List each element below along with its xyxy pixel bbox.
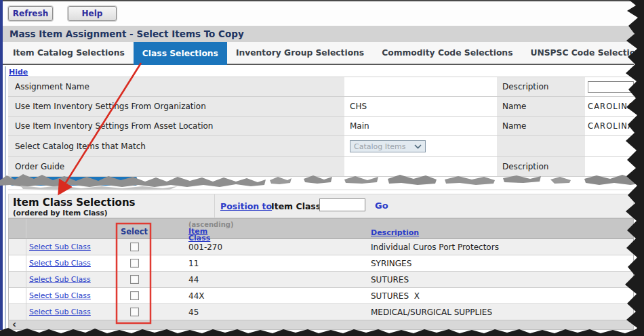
- item-class-cell: 44: [151, 272, 367, 287]
- item-class-table: Select (ascending) Item Class Descriptio…: [8, 218, 634, 321]
- table-row: Select Sub Class 45 MEDICAL/SURGICAL SUP…: [9, 304, 633, 320]
- row-checkbox[interactable]: [130, 243, 139, 251]
- row-checkbox[interactable]: [130, 275, 139, 284]
- organization-name-label: Name: [497, 97, 585, 116]
- asset-location-value: Main: [344, 117, 497, 135]
- item-class-cell: 45: [151, 304, 367, 320]
- organization-label: Use Item Inventory Settings From Organiz…: [8, 97, 344, 116]
- scroll-left-icon[interactable]: ‹: [12, 318, 16, 331]
- chevron-down-icon: [414, 144, 422, 149]
- panel-subtitle: (ordered by Item Class): [13, 209, 108, 217]
- tab-class-selections[interactable]: Class Selections: [134, 42, 227, 65]
- table-header: Select (ascending) Item Class Descriptio…: [9, 219, 633, 239]
- description-column-header: Description: [367, 219, 633, 238]
- organization-value: CHS: [344, 97, 497, 116]
- description-cell: Individual Curos Port Protectors: [367, 239, 633, 255]
- table-row: Select Sub Class 001-270 Individual Curo…: [9, 239, 633, 255]
- tab-bar: Item Catalog Selections Class Selections…: [3, 42, 634, 65]
- help-button[interactable]: Help: [68, 6, 117, 21]
- refresh-button[interactable]: Refresh: [8, 6, 53, 21]
- description-cell: SUTURES X: [367, 288, 633, 303]
- select-column-header: Select: [117, 219, 151, 238]
- tab-item-catalog-selections[interactable]: Item Catalog Selections: [4, 42, 134, 64]
- app-window: Refresh Help Mass Item Assignment - Sele…: [0, 0, 644, 336]
- item-class-cell: 001-270: [151, 239, 367, 255]
- tab-commodity-code-selections[interactable]: Commodity Code Selections: [373, 42, 521, 64]
- form-row-asset-location: Use Item Inventory Settings From Asset L…: [8, 117, 634, 136]
- table-row: Select Sub Class 44X SUTURES X: [9, 288, 633, 304]
- assignment-form: Assignment Name Description Use Item Inv…: [8, 77, 634, 177]
- header-spacer: [9, 219, 26, 238]
- assignment-name-value: [344, 77, 497, 96]
- organization-name-value: CAROLINA HE: [585, 97, 634, 116]
- sort-item-link[interactable]: Item: [188, 228, 367, 235]
- select-sub-class-link[interactable]: Select Sub Class: [29, 259, 91, 268]
- select-sub-class-link[interactable]: Select Sub Class: [29, 275, 91, 284]
- go-button[interactable]: Go: [375, 201, 388, 211]
- sort-description-link[interactable]: Description: [371, 228, 419, 237]
- form-row-assignment-name: Assignment Name Description: [8, 77, 634, 97]
- table-row: Select Sub Class 44 SUTURES: [9, 272, 633, 288]
- position-to-field-label: Item Class: [271, 201, 321, 211]
- torn-divider: [0, 171, 644, 194]
- description-cell: MEDICAL/SURGICAL SUPPLIES: [367, 304, 633, 320]
- catalog-items-dropdown[interactable]: Catalog Items: [350, 140, 426, 152]
- toolbar: Refresh Help: [3, 1, 634, 24]
- row-checkbox[interactable]: [130, 291, 139, 300]
- item-class-column-header: (ascending) Item Class: [151, 219, 367, 238]
- catalog-match-spacer: [497, 136, 585, 156]
- panel-divider: [214, 194, 215, 219]
- form-row-catalog-match: Select Catalog Items that Match Catalog …: [8, 136, 634, 157]
- asset-location-name-value: CAROLINA HE: [585, 117, 634, 135]
- table-row: Select Sub Class 11 SYRINGES: [9, 255, 633, 272]
- item-class-cell: 44X: [151, 288, 367, 303]
- item-class-cell: 11: [151, 255, 367, 271]
- header-subclass-spacer: [26, 219, 117, 238]
- description-label: Description: [497, 77, 585, 96]
- assignment-name-label: Assignment Name: [8, 77, 344, 96]
- page-title: Mass Item Assignment - Select Items To C…: [3, 26, 634, 42]
- position-to-input[interactable]: [319, 198, 365, 211]
- position-to-link[interactable]: Position to: [220, 201, 272, 211]
- catalog-match-spacer2: [585, 136, 634, 156]
- description-input[interactable]: [588, 81, 634, 93]
- tab-inventory-group-selections[interactable]: Inventory Group Selections: [227, 42, 373, 64]
- catalog-items-dropdown-value: Catalog Items: [354, 142, 406, 151]
- select-sub-class-link[interactable]: Select Sub Class: [29, 308, 91, 316]
- hide-link[interactable]: Hide: [9, 68, 28, 77]
- form-row-organization: Use Item Inventory Settings From Organiz…: [8, 97, 634, 117]
- select-sub-class-link[interactable]: Select Sub Class: [29, 291, 91, 300]
- content-edge: [5, 66, 6, 330]
- item-class-panel-header: Item Class Selections (ordered by Item C…: [8, 194, 634, 218]
- panel-title: Item Class Selections: [13, 196, 136, 209]
- description-cell: SYRINGES: [367, 255, 633, 271]
- horizontal-scrollbar[interactable]: ‹: [8, 320, 634, 330]
- tab-unspsc-code-selections[interactable]: UNSPSC Code Selections: [521, 42, 644, 64]
- row-checkbox[interactable]: [130, 308, 139, 316]
- asset-location-name-label: Name: [497, 117, 585, 135]
- description-cell: SUTURES: [367, 272, 633, 287]
- row-checkbox[interactable]: [130, 259, 139, 268]
- catalog-match-label: Select Catalog Items that Match: [8, 136, 344, 156]
- asset-location-label: Use Item Inventory Settings From Asset L…: [8, 117, 344, 135]
- select-sub-class-link[interactable]: Select Sub Class: [29, 243, 91, 251]
